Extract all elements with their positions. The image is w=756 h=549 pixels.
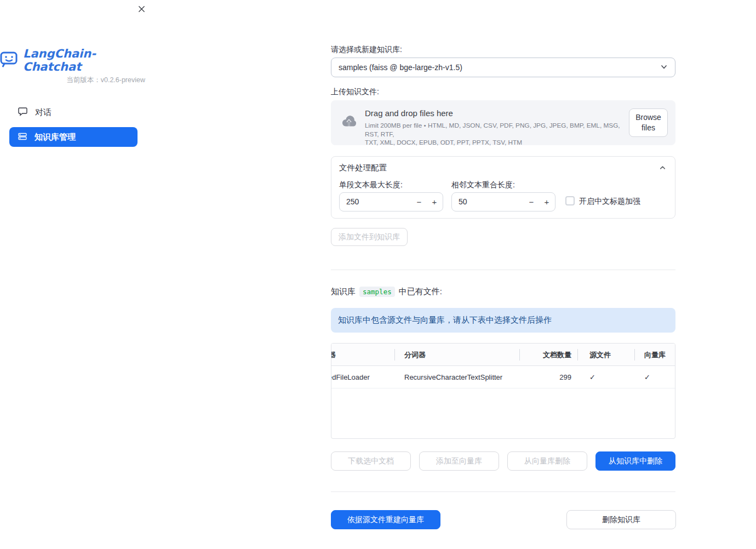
dropzone-limit-text: Limit 200MB per file • HTML, MD, JSON, C…	[365, 122, 631, 147]
chunk-size-label: 单段文本最大长度:	[339, 180, 403, 190]
cell-vector-check: ✓	[634, 366, 675, 388]
minus-stepper-button[interactable]: −	[411, 193, 427, 211]
kb-files-heading: 知识库 samples 中已有文件:	[331, 287, 442, 297]
expander-title: 文件处理配置	[339, 163, 387, 173]
app-logo: LangChain-Chatchat	[0, 47, 153, 73]
main-content: 请选择或新建知识库: samples (faiss @ bge-large-zh…	[331, 0, 676, 549]
file-config-expander: 文件处理配置 单段文本最大长度: 相邻文本重合长度: 250 − + 50 − …	[331, 156, 675, 219]
rebuild-vector-store-button[interactable]: 依据源文件重建向量库	[331, 510, 440, 529]
table-row[interactable]: UnstructuredFileLoader RecursiveCharacte…	[331, 366, 675, 388]
download-selected-button[interactable]: 下载选中文档	[331, 451, 411, 471]
close-icon	[138, 5, 146, 15]
sidebar-item-knowledge-base[interactable]: 知识库管理	[9, 127, 138, 147]
column-divider	[577, 349, 578, 361]
minus-stepper-button[interactable]: −	[524, 193, 539, 211]
sidebar-item-label: 对话	[35, 107, 51, 118]
langchain-chatchat-logo-icon	[0, 52, 18, 70]
cell-splitter: RecursiveCharacterTextSplitter	[394, 366, 519, 388]
column-divider	[634, 349, 635, 361]
dropzone-title: Drag and drop files here	[365, 108, 453, 118]
kb-files-prefix: 知识库	[331, 287, 356, 297]
sidebar: LangChain-Chatchat 当前版本：v0.2.6-preview 对…	[0, 0, 153, 549]
kb-files-suffix: 中已有文件:	[399, 287, 442, 297]
expander-header[interactable]: 文件处理配置	[331, 157, 675, 178]
browse-files-button[interactable]: Browse files	[629, 108, 668, 137]
zh-title-checkbox-label[interactable]: 开启中文标题加强	[579, 197, 640, 207]
kb-name-code: samples	[359, 287, 395, 297]
version-label: 当前版本：v0.2.6-preview	[0, 76, 145, 85]
column-divider	[394, 349, 395, 361]
plus-stepper-button[interactable]: +	[539, 193, 554, 211]
zh-title-checkbox[interactable]	[565, 196, 575, 205]
cell-source-check: ✓	[577, 366, 634, 388]
cell-doc-count: 299	[519, 366, 577, 388]
chevron-down-icon	[659, 62, 669, 73]
chunk-size-input: 250 − +	[339, 192, 443, 211]
table-header-row: 文档加载器 分词器 文档数量 源文件 向量库	[331, 344, 675, 366]
add-to-vector-store-button[interactable]: 添加至向量库	[419, 451, 499, 471]
divider	[331, 270, 675, 270]
sidebar-close-button[interactable]	[135, 3, 148, 16]
cell-loader: UnstructuredFileLoader	[331, 366, 394, 388]
upload-label: 上传知识文件:	[331, 87, 379, 97]
app-title: LangChain-Chatchat	[23, 47, 153, 73]
kb-selectbox[interactable]: samples (faiss @ bge-large-zh-v1.5)	[331, 58, 675, 77]
delete-from-kb-button[interactable]: 从知识库中删除	[595, 451, 675, 471]
delete-from-vector-store-button[interactable]: 从向量库删除	[507, 451, 587, 471]
column-header-splitter[interactable]: 分词器	[394, 344, 519, 366]
chunk-size-value[interactable]: 250	[346, 197, 359, 206]
kb-selectbox-value: samples (faiss @ bge-large-zh-v1.5)	[339, 63, 462, 72]
column-header-vector-store[interactable]: 向量库	[634, 344, 675, 366]
chat-bubble-icon	[18, 107, 27, 118]
kb-files-table: 文档加载器 分词器 文档数量 源文件 向量库 UnstructuredFileL…	[331, 343, 675, 439]
file-dropzone[interactable]: Drag and drop files here Limit 200MB per…	[331, 100, 675, 145]
kb-stack-icon	[18, 132, 27, 142]
overlap-size-label: 相邻文本重合长度:	[451, 180, 515, 190]
chevron-up-icon	[658, 163, 667, 174]
column-header-loader[interactable]: 文档加载器	[331, 344, 394, 366]
divider	[331, 491, 675, 492]
column-header-source-file[interactable]: 源文件	[577, 344, 634, 366]
overlap-size-input: 50 − +	[451, 192, 555, 211]
add-files-to-kb-button[interactable]: 添加文件到知识库	[331, 228, 408, 246]
overlap-size-value[interactable]: 50	[459, 197, 467, 206]
column-divider	[519, 349, 520, 361]
plus-stepper-button[interactable]: +	[427, 193, 442, 211]
column-header-doc-count[interactable]: 文档数量	[519, 344, 577, 366]
sidebar-item-dialogue[interactable]: 对话	[9, 102, 138, 122]
kb-select-label: 请选择或新建知识库:	[331, 45, 402, 55]
sidebar-item-label: 知识库管理	[35, 132, 76, 142]
cloud-upload-icon	[340, 115, 358, 131]
info-banner: 知识库中包含源文件与向量库，请从下表中选择文件后操作	[331, 308, 675, 333]
delete-kb-button[interactable]: 删除知识库	[566, 510, 676, 529]
